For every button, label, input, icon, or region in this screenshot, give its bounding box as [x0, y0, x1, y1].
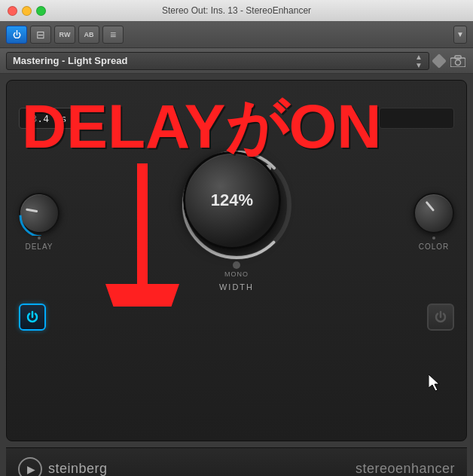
- toolbar: ⏻ ⊟ RW AB ≡ ▼: [0, 21, 473, 48]
- svg-point-1: [456, 60, 461, 65]
- preset-bar: Mastering - Light Spread ▲▼: [0, 48, 473, 74]
- arrow-overlay: [97, 156, 188, 310]
- preset-diamond-button[interactable]: [432, 53, 447, 69]
- delay-knob-dot: [38, 236, 41, 240]
- width-display: 124%: [211, 191, 253, 210]
- title-bar: Stereo Out: Ins. 13 - StereoEnhancer: [0, 0, 473, 21]
- delay-on-overlay: DELAYがON: [22, 96, 381, 157]
- preset-arrows: ▲▼: [415, 53, 423, 69]
- color-knob[interactable]: [413, 193, 454, 233]
- bottom-controls: [19, 304, 454, 331]
- product-name: stereoenhancer: [356, 461, 455, 476]
- right-display: [379, 108, 454, 129]
- color-knob-dot: [432, 236, 435, 240]
- svg-rect-2: [455, 56, 461, 59]
- rw-button[interactable]: RW: [54, 26, 75, 44]
- delay-knob-container: DELAY: [19, 193, 60, 251]
- camera-button[interactable]: [449, 52, 467, 70]
- steinberg-brand: steinberg: [48, 461, 108, 476]
- mono-button[interactable]: ⊟: [30, 26, 51, 44]
- mono-label: MONO: [224, 270, 249, 278]
- minimize-button[interactable]: [22, 6, 32, 16]
- window-title: Stereo Out: Ins. 13 - StereoEnhancer: [162, 5, 311, 16]
- toolbar-dropdown[interactable]: ▼: [453, 26, 467, 44]
- bypass-button[interactable]: ≡: [102, 26, 124, 44]
- plugin-body: DELAYがON 3.4 ms: [6, 80, 467, 441]
- width-knob[interactable]: 124%: [183, 151, 281, 249]
- steinberg-circle: ▶: [18, 457, 42, 477]
- width-label: WIDTH: [219, 282, 254, 291]
- ab-button[interactable]: AB: [78, 26, 99, 44]
- window-controls: [8, 6, 46, 16]
- power-button[interactable]: ⏻: [6, 26, 27, 44]
- color-power-button[interactable]: [427, 304, 454, 331]
- preset-name: Mastering - Light Spread: [13, 55, 415, 66]
- delay-knob-label: DELAY: [25, 243, 53, 251]
- play-icon: ▶: [27, 463, 35, 475]
- preset-selector[interactable]: Mastering - Light Spread ▲▼: [6, 52, 429, 70]
- width-knob-container: 124% MONO WIDTH: [183, 151, 290, 291]
- main-controls: DELAY 124%: [19, 151, 454, 291]
- footer: ▶ steinberg stereoenhancer: [6, 447, 467, 476]
- maximize-button[interactable]: [36, 6, 46, 16]
- steinberg-logo: ▶ steinberg: [18, 457, 108, 477]
- close-button[interactable]: [8, 6, 17, 16]
- color-knob-container: COLOR: [413, 193, 454, 251]
- color-knob-label: COLOR: [419, 243, 450, 251]
- width-value: 124: [211, 191, 239, 209]
- delay-power-button[interactable]: [19, 304, 46, 331]
- delay-arc: [17, 191, 62, 236]
- svg-point-5: [20, 194, 62, 236]
